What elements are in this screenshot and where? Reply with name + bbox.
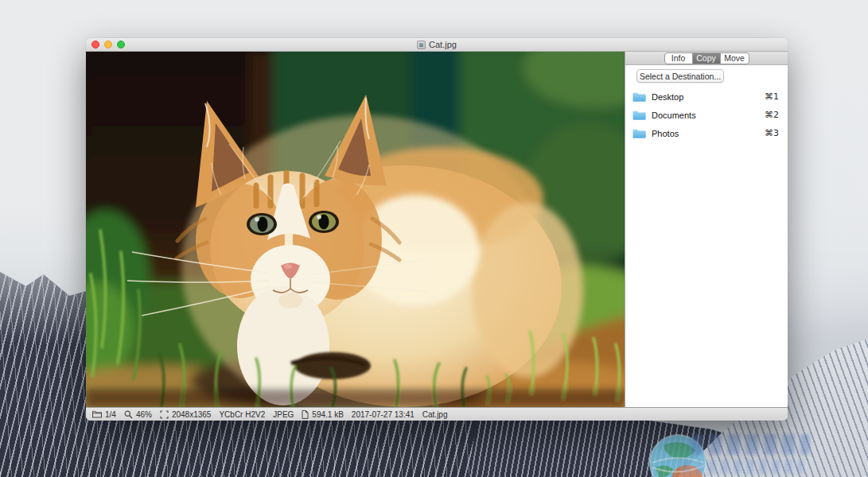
filename-indicator: Cat.jpg: [422, 410, 448, 419]
folder-shortcut: ⌘1: [765, 91, 779, 102]
file-size-indicator: 594.1 kB: [302, 410, 343, 419]
color-profile-value: YCbCr H2V2: [219, 410, 265, 419]
close-button[interactable]: [91, 41, 99, 48]
folder-name: Documents: [652, 111, 765, 120]
tab-copy[interactable]: Copy: [693, 53, 721, 64]
folder-row-documents[interactable]: Documents ⌘2: [625, 106, 788, 124]
document-proxy-icon: [417, 41, 426, 49]
color-profile-indicator: YCbCr H2V2: [219, 410, 265, 419]
filename-value: Cat.jpg: [422, 410, 448, 419]
traffic-lights: [91, 38, 125, 51]
window-title: Cat.jpg: [429, 40, 457, 49]
folder-icon: [633, 110, 646, 120]
tab-info[interactable]: Info: [665, 53, 693, 64]
folder-row-desktop[interactable]: Desktop ⌘1: [625, 87, 788, 106]
timestamp-value: 2017-07-27 13:41: [352, 410, 415, 419]
magnifier-icon: [124, 410, 133, 419]
minimize-button[interactable]: [104, 41, 112, 48]
folder-shortcut: ⌘2: [765, 110, 779, 120]
desktop: Cat.jpg: [0, 0, 868, 477]
zoom-indicator: 46%: [124, 410, 152, 419]
destination-folder-list: Desktop ⌘1 Documents ⌘2 Ph: [625, 87, 788, 142]
folder-icon: [633, 128, 646, 138]
timestamp-indicator: 2017-07-27 13:41: [352, 410, 415, 419]
titlebar: Cat.jpg: [86, 38, 788, 52]
page-index-indicator: 1/4: [92, 410, 116, 419]
app-window: Cat.jpg: [86, 38, 788, 421]
folder-name: Photos: [652, 129, 765, 138]
format-indicator: JPEG: [273, 410, 294, 419]
tab-move[interactable]: Move: [721, 53, 749, 64]
dimensions-value: 2048x1365: [172, 410, 212, 419]
folder-shortcut: ⌘3: [765, 128, 779, 138]
cat-photo: [86, 52, 625, 407]
browse-folder-icon: [92, 410, 102, 418]
photo-canvas: [86, 52, 625, 407]
selection-corners-icon: [160, 410, 169, 419]
zoom-button[interactable]: [117, 41, 125, 48]
folder-icon: [633, 91, 646, 102]
sidebar-header: Info Copy Move: [625, 52, 788, 65]
mode-tabs: Info Copy Move: [664, 52, 749, 64]
statusbar: 1/4 46% 2048x1365 YCbCr H2V2: [86, 407, 788, 421]
select-destination-button[interactable]: Select a Destination...: [636, 69, 724, 83]
document-icon: [302, 410, 309, 419]
folder-row-photos[interactable]: Photos ⌘3: [625, 124, 788, 142]
folder-name: Desktop: [652, 92, 765, 102]
zoom-value: 46%: [136, 410, 152, 419]
dimensions-indicator: 2048x1365: [160, 410, 212, 419]
sidebar: Info Copy Move Select a Destination... D…: [625, 52, 788, 407]
page-index-value: 1/4: [105, 410, 116, 419]
file-size-value: 594.1 kB: [312, 410, 343, 419]
format-value: JPEG: [273, 410, 294, 419]
